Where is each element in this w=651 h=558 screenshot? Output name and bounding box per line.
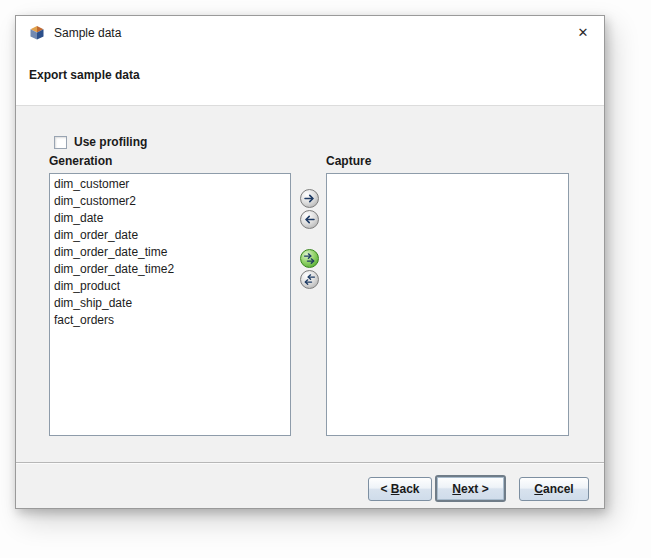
use-profiling-row[interactable]: Use profiling <box>54 135 147 149</box>
button-bar: < Back Next > Cancel <box>16 462 604 508</box>
move-all-right-icon <box>301 250 318 267</box>
list-item[interactable]: dim_ship_date <box>50 295 290 312</box>
list-item[interactable]: dim_order_date_time2 <box>50 261 290 278</box>
back-label-post: ack <box>399 482 419 496</box>
move-all-right-button[interactable] <box>300 249 319 268</box>
capture-list[interactable] <box>326 173 569 436</box>
next-button[interactable]: Next > <box>435 475 506 502</box>
back-button[interactable]: < Back <box>368 477 432 501</box>
list-item[interactable]: fact_orders <box>50 312 290 329</box>
sample-data-dialog: Sample data ✕ Export sample data Use pro… <box>15 15 605 509</box>
page-title: Export sample data <box>29 68 140 82</box>
cancel-button[interactable]: Cancel <box>519 477 589 501</box>
list-item[interactable]: dim_customer2 <box>50 193 290 210</box>
titlebar[interactable]: Sample data ✕ <box>16 16 604 50</box>
window-title: Sample data <box>54 26 121 40</box>
list-item[interactable]: dim_order_date <box>50 227 290 244</box>
next-label-post: ext > <box>461 482 489 496</box>
list-item[interactable]: dim_customer <box>50 176 290 193</box>
list-item[interactable]: dim_date <box>50 210 290 227</box>
cancel-label-post: ancel <box>543 482 574 496</box>
generation-label: Generation <box>49 154 112 168</box>
capture-label: Capture <box>326 154 371 168</box>
app-cube-icon <box>29 25 45 41</box>
move-left-icon <box>301 211 318 228</box>
back-label-pre: < <box>380 482 390 496</box>
move-right-icon <box>301 190 318 207</box>
move-all-left-icon <box>301 271 318 288</box>
list-item[interactable]: dim_order_date_time <box>50 244 290 261</box>
move-all-left-button[interactable] <box>300 270 319 289</box>
next-label-mnemonic: N <box>452 482 461 496</box>
cancel-label-mnemonic: C <box>534 482 543 496</box>
generation-list[interactable]: dim_customerdim_customer2dim_datedim_ord… <box>49 173 291 436</box>
content-panel: Use profiling Generation Capture dim_cus… <box>16 105 604 464</box>
close-icon[interactable]: ✕ <box>573 23 593 43</box>
move-right-button[interactable] <box>300 189 319 208</box>
move-left-button[interactable] <box>300 210 319 229</box>
list-item[interactable]: dim_product <box>50 278 290 295</box>
use-profiling-checkbox[interactable] <box>54 136 67 149</box>
use-profiling-label: Use profiling <box>74 135 147 149</box>
